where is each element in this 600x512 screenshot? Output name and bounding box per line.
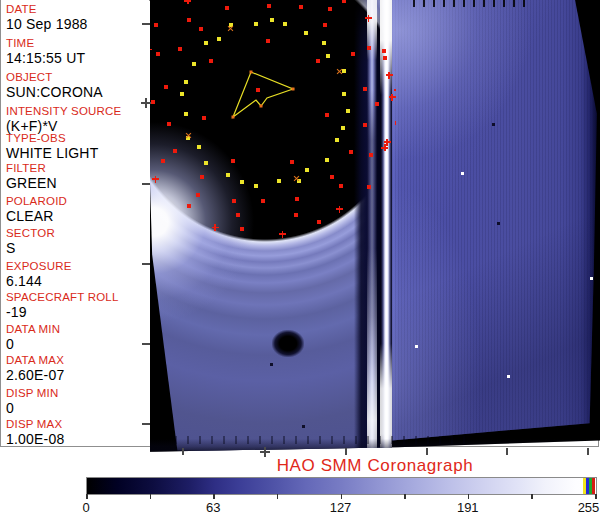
bottom-tick <box>506 448 508 455</box>
sidebar-field: TYPE-OBSWHITE LIGHT <box>6 133 98 160</box>
colorbar-tick <box>531 494 533 499</box>
sidebar-field: POLAROIDCLEAR <box>6 196 67 223</box>
sidebar-field-value: 6.144 <box>6 274 72 288</box>
sidebar-field: FILTERGREEN <box>6 163 57 190</box>
sidebar-field-value: S <box>6 241 55 255</box>
coronagraph-viewer-window: DATE10 Sep 1988TIME14:15:55 UTOBJECTSUN:… <box>0 0 600 512</box>
colorbar-tick <box>404 494 406 499</box>
page-title: HAO SMM Coronagraph <box>150 456 600 476</box>
colorbar-tick <box>277 494 279 499</box>
sidebar-field: DATE10 Sep 1988 <box>6 4 88 31</box>
sidebar-field: EXPOSURE6.144 <box>6 261 72 288</box>
sidebar-field-label: TYPE-OBS <box>6 133 98 144</box>
colorbar-tick-label: 255 <box>578 500 600 512</box>
colorbar-tick-label: 0 <box>82 500 89 512</box>
sidebar-field-value: 0 <box>6 401 59 415</box>
colorbar-tick <box>86 494 88 499</box>
colorbar-tick <box>595 494 597 499</box>
sidebar-field-value: 10 Sep 1988 <box>6 17 88 31</box>
sidebar-field-label: EXPOSURE <box>6 261 72 272</box>
left-tick <box>142 263 150 265</box>
colorbar-tick-label: 127 <box>330 500 352 512</box>
sidebar-field-label: SPACECRAFT ROLL <box>6 292 119 303</box>
left-tick <box>142 183 150 185</box>
colorbar-tick-label: 191 <box>457 500 479 512</box>
left-tick <box>142 343 150 345</box>
sidebar-field: DISP MIN0 <box>6 388 59 415</box>
intensity-colorbar <box>86 477 597 495</box>
sidebar-field-value: (K+F)*V <box>6 119 121 133</box>
sidebar-field-label: INTENSITY SOURCE <box>6 106 121 117</box>
left-tick <box>142 23 150 25</box>
sidebar-field: SPACECRAFT ROLL-19 <box>6 292 119 319</box>
sidebar-field-label: DATE <box>6 4 88 15</box>
sidebar-field-label: DISP MAX <box>6 419 64 430</box>
sidebar-field-label: FILTER <box>6 163 57 174</box>
sidebar-field: DATA MIN0 <box>6 324 60 351</box>
sidebar-field-value: 2.60E-07 <box>6 368 64 382</box>
polygon-vertex-dot <box>250 71 253 74</box>
sidebar-field: OBJECTSUN:CORONA <box>6 72 103 99</box>
colorbar-overflow-stripe <box>592 478 595 494</box>
polygon-vertex-dot <box>260 105 263 108</box>
colorbar-tick <box>150 494 152 499</box>
colorbar-tick <box>341 494 343 499</box>
sidebar-field-label: POLAROID <box>6 196 67 207</box>
bottom-tick <box>182 448 184 455</box>
sidebar-field: SECTORS <box>6 228 55 255</box>
polygon-vertex-dot <box>232 116 235 119</box>
sidebar-field: DISP MAX1.00E-08 <box>6 419 64 446</box>
sidebar-field-value: -19 <box>6 305 119 319</box>
bottom-tick <box>426 448 428 455</box>
sidebar-field-label: DISP MIN <box>6 388 59 399</box>
colorbar-tick <box>468 494 470 499</box>
sidebar-field: INTENSITY SOURCE(K+F)*V <box>6 106 121 133</box>
sidebar-field-value: WHITE LIGHT <box>6 146 98 160</box>
coronagraph-image <box>150 0 600 455</box>
sidebar-field-value: 0 <box>6 337 60 351</box>
sidebar-field-label: DATA MIN <box>6 324 60 335</box>
pointing-polygon <box>233 72 293 117</box>
sidebar-field-value: 1.00E-08 <box>6 432 64 446</box>
sidebar-field: TIME14:15:55 UT <box>6 38 85 65</box>
bottom-tick <box>587 448 589 455</box>
sidebar-field-value: GREEN <box>6 176 57 190</box>
colorbar-tick-label: 63 <box>206 500 220 512</box>
sidebar-field: DATA MAX2.60E-07 <box>6 355 64 382</box>
pointing-polygon-overlay <box>150 0 600 455</box>
sidebar-field-label: SECTOR <box>6 228 55 239</box>
sidebar-field-value: SUN:CORONA <box>6 85 103 99</box>
colorbar-tick <box>213 494 215 499</box>
sun-center-plus-left <box>141 98 151 108</box>
sidebar-field-label: DATA MAX <box>6 355 64 366</box>
metadata-sidebar: DATE10 Sep 1988TIME14:15:55 UTOBJECTSUN:… <box>1 0 149 446</box>
sidebar-field-value: CLEAR <box>6 209 67 223</box>
bottom-tick <box>345 448 347 455</box>
sidebar-field-label: TIME <box>6 38 85 49</box>
sidebar-field-value: 14:15:55 UT <box>6 51 85 65</box>
polygon-vertex-dot <box>292 88 295 91</box>
sidebar-field-label: OBJECT <box>6 72 103 83</box>
left-tick <box>142 423 150 425</box>
